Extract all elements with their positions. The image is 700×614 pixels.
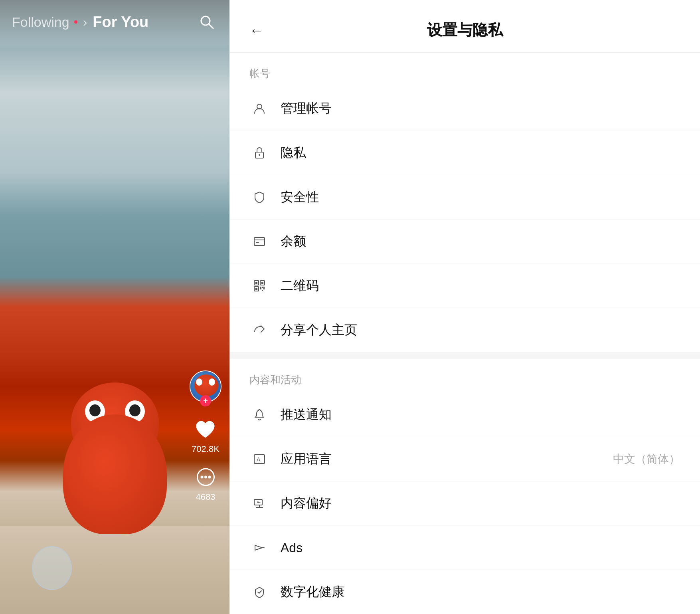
- privacy-label: 隐私: [281, 144, 680, 162]
- svg-rect-22: [262, 290, 263, 291]
- comments-interaction[interactable]: 4683: [194, 465, 218, 502]
- settings-item-ads[interactable]: Ads: [229, 526, 700, 570]
- security-icon: [249, 187, 269, 207]
- svg-rect-16: [261, 282, 263, 284]
- elmo-pupil-left: [89, 404, 101, 416]
- svg-rect-21: [260, 288, 261, 289]
- svg-rect-19: [262, 287, 263, 288]
- top-nav-bar: Following › For You: [0, 0, 229, 44]
- video-counter-area: [0, 526, 229, 614]
- account-section-label: 帐号: [229, 53, 700, 87]
- settings-item-balance[interactable]: 余额: [229, 220, 700, 264]
- svg-point-5: [208, 475, 211, 478]
- svg-point-3: [200, 475, 203, 478]
- likes-count: 702.8K: [192, 444, 219, 454]
- settings-item-content-preference[interactable]: 内容偏好: [229, 481, 700, 526]
- likes-interaction[interactable]: 702.8K: [192, 418, 219, 454]
- ads-icon: [249, 538, 269, 558]
- qrcode-label: 二维码: [281, 277, 680, 295]
- nav-separator: ›: [83, 15, 87, 30]
- settings-item-digital-wellbeing[interactable]: 数字化健康: [229, 570, 700, 614]
- settings-item-qrcode[interactable]: 二维码: [229, 264, 700, 308]
- elmo-figure: [59, 382, 171, 534]
- settings-item-language[interactable]: A 应用语言 中文（简体）: [229, 437, 700, 481]
- ads-label: Ads: [281, 541, 680, 555]
- svg-rect-17: [255, 288, 257, 290]
- content-section-label: 内容和活动: [229, 359, 700, 393]
- for-you-tab[interactable]: For You: [93, 14, 148, 31]
- manage-account-label: 管理帐号: [281, 100, 680, 117]
- svg-rect-20: [263, 287, 265, 288]
- heart-icon-container: [194, 418, 218, 442]
- comment-icon: [195, 467, 217, 489]
- svg-point-8: [259, 154, 260, 156]
- svg-point-4: [204, 475, 207, 478]
- digital-wellbeing-label: 数字化健康: [281, 583, 680, 601]
- settings-item-share-profile[interactable]: 分享个人主页: [229, 308, 700, 353]
- svg-text:A: A: [257, 456, 261, 463]
- follow-plus-button[interactable]: +: [200, 395, 211, 406]
- qrcode-icon: [249, 276, 269, 296]
- language-value: 中文（简体）: [613, 452, 680, 467]
- svg-rect-23: [263, 288, 265, 289]
- security-label: 安全性: [281, 188, 680, 206]
- settings-item-security[interactable]: 安全性: [229, 175, 700, 220]
- settings-title: 设置与隐私: [272, 20, 658, 40]
- language-icon: A: [249, 449, 269, 469]
- back-button[interactable]: ←: [249, 22, 264, 39]
- elmo-pupil-right: [129, 404, 140, 416]
- content-section: 内容和活动 推送通知 A 应用语言 中文（简体）: [229, 359, 700, 614]
- heart-icon: [194, 419, 216, 441]
- following-tab[interactable]: Following: [12, 14, 69, 30]
- digital-wellbeing-icon: [249, 582, 269, 602]
- account-section: 帐号 管理帐号 隐私: [229, 53, 700, 353]
- search-icon: [199, 14, 215, 30]
- content-preference-icon: [249, 493, 269, 513]
- settings-item-privacy[interactable]: 隐私: [229, 131, 700, 175]
- section-divider: [229, 353, 700, 359]
- nav-dot-indicator: [74, 20, 77, 24]
- comment-icon-container: [194, 465, 218, 489]
- settings-item-manage-account[interactable]: 管理帐号: [229, 87, 700, 131]
- language-label: 应用语言: [281, 450, 613, 468]
- elmo-body: [63, 414, 167, 534]
- privacy-icon: [249, 143, 269, 163]
- video-interactions: + 702.8K 4683: [190, 370, 221, 502]
- share-profile-icon: [249, 320, 269, 340]
- nav-tabs: Following › For You: [12, 14, 148, 31]
- glass-object: [32, 546, 72, 590]
- svg-line-1: [209, 24, 213, 28]
- balance-icon: [249, 232, 269, 252]
- share-profile-label: 分享个人主页: [281, 321, 680, 339]
- svg-rect-15: [255, 282, 257, 284]
- manage-account-icon: [249, 99, 269, 119]
- svg-marker-27: [257, 501, 261, 503]
- settings-header: ← 设置与隐私: [229, 0, 700, 53]
- notifications-label: 推送通知: [281, 406, 680, 424]
- svg-rect-18: [260, 287, 261, 288]
- content-preference-label: 内容偏好: [281, 495, 680, 512]
- settings-panel: ← 设置与隐私 帐号 管理帐号 隐私: [229, 0, 700, 614]
- settings-item-notifications[interactable]: 推送通知: [229, 393, 700, 437]
- comments-count: 4683: [196, 492, 216, 502]
- video-feed-panel: Following › For You +: [0, 0, 229, 614]
- notifications-icon: [249, 405, 269, 425]
- svg-rect-9: [254, 238, 265, 246]
- creator-avatar-container[interactable]: +: [190, 370, 221, 402]
- balance-label: 余额: [281, 233, 680, 250]
- search-button[interactable]: [196, 11, 218, 33]
